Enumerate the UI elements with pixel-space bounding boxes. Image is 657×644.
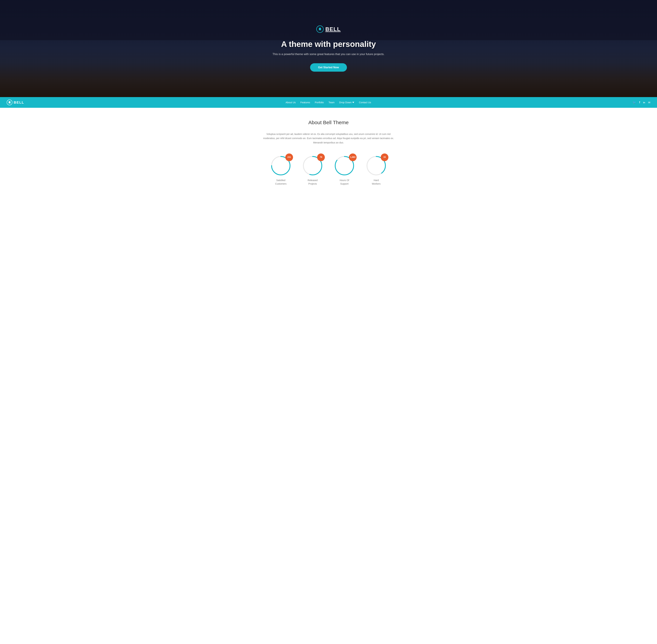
stat-badge: 15 <box>381 154 389 161</box>
stats-row: 231 SatisfiedCustomers 79 ReleasedProjec… <box>260 155 397 196</box>
stat-label: ReleasedProjects <box>308 179 318 186</box>
hero-title: A theme with personality <box>273 40 384 49</box>
twitter-link[interactable]: 🐦 <box>633 101 636 104</box>
nav-link-contact[interactable]: Contact Us <box>359 101 371 104</box>
stat-circle-wrap: 15 <box>365 155 387 177</box>
hero-section: BELL A theme with personality This is a … <box>0 0 657 97</box>
nav-link-about[interactable]: About Us <box>285 101 296 104</box>
stat-badge: 231 <box>285 154 293 161</box>
nav-item-portfolio[interactable]: Portfolio <box>315 101 324 104</box>
about-body: Voluptua scripserit per ad, laudem vider… <box>262 132 395 145</box>
hero-content: BELL A theme with personality This is a … <box>269 22 388 75</box>
stat-circle-wrap: 231 <box>270 155 292 177</box>
hero-subtitle: This is a powerful theme with some great… <box>273 52 384 56</box>
nav-item-team[interactable]: Team <box>329 101 334 104</box>
stat-label: Hours OfSupport <box>340 179 349 186</box>
stat-item: 1,463 Hours OfSupport <box>333 155 355 186</box>
stat-label: SatisfiedCustomers <box>275 179 286 186</box>
stat-item: 79 ReleasedProjects <box>302 155 324 186</box>
nav-item-dropdown[interactable]: Drop Down <box>339 101 354 104</box>
nav-brand-icon <box>7 99 13 105</box>
nav-link-team[interactable]: Team <box>329 101 334 104</box>
hero-logo-icon <box>316 25 324 33</box>
stat-label: HardWorkers <box>372 179 380 186</box>
stat-badge: 1,463 <box>349 154 357 161</box>
about-title: About Bell Theme <box>260 119 397 125</box>
bookmark-icon <box>318 27 322 31</box>
chevron-down-icon <box>352 101 354 104</box>
stat-item: 15 HardWorkers <box>365 155 387 186</box>
about-section: About Bell Theme Voluptua scripserit per… <box>253 108 404 206</box>
email-link[interactable]: ✉ <box>648 101 650 104</box>
nav-item-contact[interactable]: Contact Us <box>359 101 371 104</box>
nav-link-features[interactable]: Features <box>300 101 310 104</box>
get-started-button[interactable]: Get Started Now <box>310 63 347 72</box>
navbar: BELL About Us Features Portfolio Team Dr… <box>0 97 657 108</box>
stat-circle-wrap: 79 <box>302 155 324 177</box>
nav-link-dropdown[interactable]: Drop Down <box>339 101 354 104</box>
nav-item-about[interactable]: About Us <box>285 101 296 104</box>
hero-logo-text: BELL <box>325 26 341 32</box>
linkedin-link[interactable]: in <box>643 101 645 104</box>
nav-bookmark-icon <box>8 101 11 104</box>
nav-item-features[interactable]: Features <box>300 101 310 104</box>
nav-brand-text: BELL <box>14 100 24 105</box>
hero-logo: BELL <box>273 25 384 33</box>
facebook-link[interactable]: f <box>639 101 640 104</box>
nav-links: About Us Features Portfolio Team Drop Do… <box>285 101 371 104</box>
stat-item: 231 SatisfiedCustomers <box>270 155 292 186</box>
stat-badge: 79 <box>317 154 325 161</box>
nav-link-portfolio[interactable]: Portfolio <box>315 101 324 104</box>
nav-brand[interactable]: BELL <box>7 99 24 105</box>
stat-circle-wrap: 1,463 <box>333 155 355 177</box>
nav-social: 🐦 f in ✉ <box>633 101 650 104</box>
